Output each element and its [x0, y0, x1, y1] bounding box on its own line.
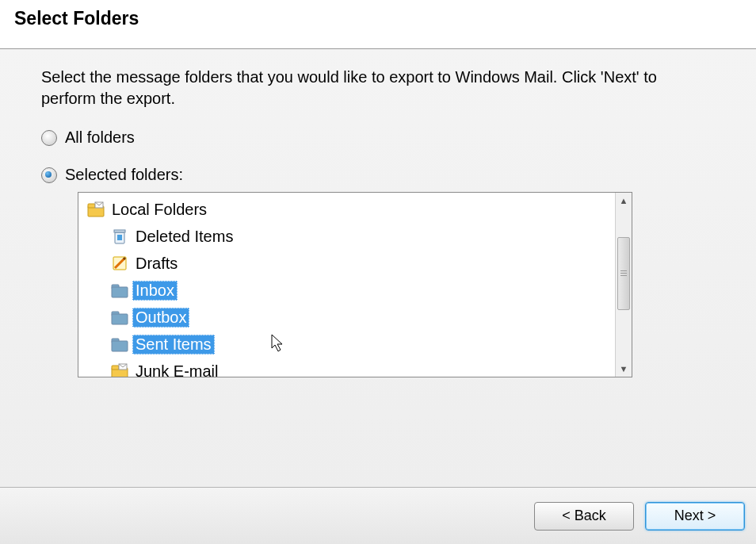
tree-item-label: Junk E-mail	[132, 362, 221, 377]
tree-item-inbox[interactable]: Inbox	[78, 277, 615, 304]
scroll-down-icon[interactable]: ▼	[616, 361, 632, 377]
folder-tree-content: Local Folders Deleted Items	[78, 193, 615, 377]
svg-rect-12	[112, 341, 128, 351]
folder-icon	[110, 281, 129, 300]
scroll-track[interactable]	[616, 209, 632, 361]
radio-icon	[41, 167, 57, 183]
svg-rect-10	[112, 314, 128, 324]
radio-icon	[41, 130, 57, 146]
tree-item-deleted[interactable]: Deleted Items	[78, 223, 615, 250]
svg-rect-5	[117, 235, 122, 240]
tree-item-outbox[interactable]: Outbox	[78, 304, 615, 331]
folder-tree[interactable]: Local Folders Deleted Items	[78, 192, 632, 377]
tree-item-sent[interactable]: Sent Items	[78, 331, 615, 358]
scroll-up-icon[interactable]: ▲	[616, 193, 632, 209]
page-title: Select Folders	[14, 8, 742, 29]
next-button[interactable]: Next >	[645, 502, 745, 531]
radio-all-label: All folders	[65, 128, 135, 147]
instructions-text: Select the message folders that you woul…	[41, 67, 715, 109]
wizard-header: Select Folders	[0, 0, 756, 49]
svg-rect-1	[88, 204, 95, 208]
tree-scrollbar[interactable]: ▲ ▼	[615, 193, 632, 377]
svg-rect-8	[112, 287, 128, 297]
radio-all-folders[interactable]: All folders	[41, 128, 715, 147]
tree-item-label: Outbox	[132, 308, 189, 328]
svg-rect-4	[114, 230, 125, 232]
radio-selected-label: Selected folders:	[65, 166, 183, 184]
tree-item-drafts[interactable]: Drafts	[78, 250, 615, 277]
wizard-body: Select the message folders that you woul…	[0, 49, 756, 487]
radio-selected-folders[interactable]: Selected folders:	[41, 166, 715, 184]
junk-icon	[110, 362, 129, 377]
folder-icon	[110, 335, 129, 354]
drafts-icon	[110, 254, 129, 273]
tree-item-junk[interactable]: Junk E-mail	[78, 358, 615, 377]
tree-item-root[interactable]: Local Folders	[78, 196, 615, 223]
tree-item-label: Inbox	[132, 281, 178, 301]
trash-icon	[110, 227, 129, 246]
wizard-footer: < Back Next >	[0, 487, 756, 544]
folder-icon	[110, 308, 129, 327]
tree-item-label: Deleted Items	[132, 227, 236, 247]
tree-item-label: Local Folders	[109, 200, 210, 220]
root-folder-icon	[86, 200, 105, 219]
back-button[interactable]: < Back	[534, 502, 634, 531]
tree-item-label: Sent Items	[132, 335, 215, 354]
scroll-thumb[interactable]	[617, 237, 630, 310]
tree-item-label: Drafts	[132, 254, 181, 274]
svg-rect-14	[112, 366, 119, 370]
wizard-window: Select Folders Select the message folder…	[0, 0, 756, 544]
